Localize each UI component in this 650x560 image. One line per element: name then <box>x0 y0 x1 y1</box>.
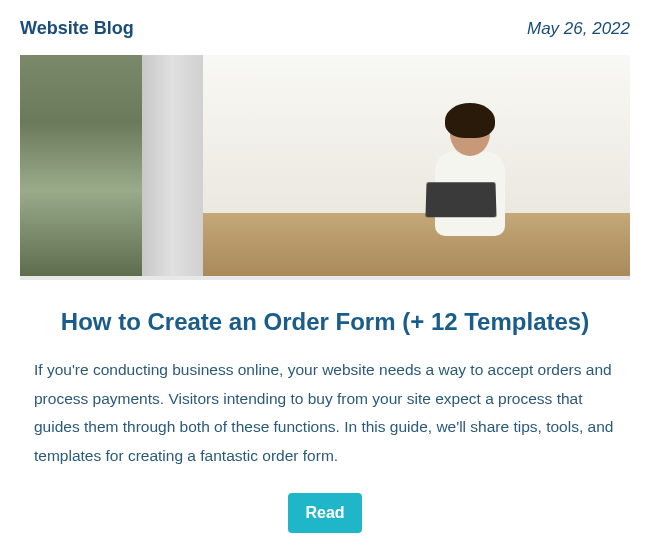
article-body: If you're conducting business online, yo… <box>20 356 630 471</box>
article-title[interactable]: How to Create an Order Form (+ 12 Templa… <box>20 308 630 336</box>
blog-card: Website Blog May 26, 2022 How to Create … <box>0 0 650 551</box>
header: Website Blog May 26, 2022 <box>20 18 630 39</box>
hero-image <box>20 55 630 280</box>
blog-title: Website Blog <box>20 18 134 39</box>
post-date: May 26, 2022 <box>527 19 630 39</box>
read-button[interactable]: Read <box>288 493 362 533</box>
